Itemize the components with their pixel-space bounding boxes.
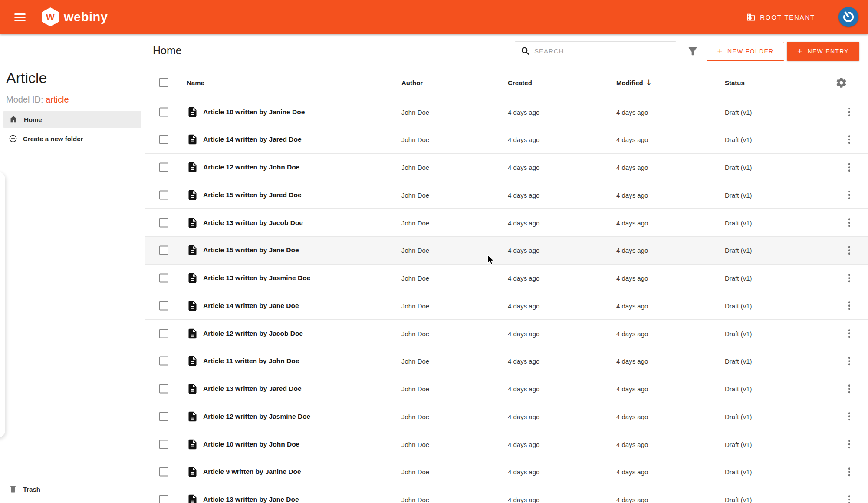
new-folder-button[interactable]: + NEW FOLDER <box>707 42 784 61</box>
row-checkbox[interactable] <box>159 135 168 144</box>
created-cell: 4 days ago <box>508 440 539 448</box>
sidebar-footer: Trash <box>0 475 145 503</box>
status-cell: Draft (v1) <box>725 191 752 199</box>
article-name-link[interactable]: Article 9 written by Janine Doe <box>203 468 301 476</box>
status-cell: Draft (v1) <box>725 219 752 226</box>
table-row[interactable]: Article 14 written by Jared Doe John Doe… <box>145 126 868 154</box>
article-name-link[interactable]: Article 14 written by Jane Doe <box>203 302 299 310</box>
new-entry-button[interactable]: + NEW ENTRY <box>787 42 859 61</box>
row-menu-button[interactable] <box>839 134 859 146</box>
row-checkbox[interactable] <box>159 301 168 310</box>
article-file-icon <box>187 466 198 478</box>
table-row[interactable]: Article 13 written by Jasmine Doe John D… <box>145 265 868 292</box>
author-cell: John Doe <box>401 108 429 116</box>
article-file-icon <box>187 410 198 422</box>
column-header-author[interactable]: Author <box>401 79 423 86</box>
tenant-selector[interactable]: ROOT TENANT <box>746 0 815 34</box>
row-menu-button[interactable] <box>839 355 859 367</box>
content-area: Home + NEW FOLDER + NEW ENTRY Name Autho… <box>145 34 868 503</box>
column-header-status[interactable]: Status <box>725 79 745 86</box>
table-row[interactable]: Article 13 written by Jared Doe John Doe… <box>145 375 868 403</box>
search-input[interactable] <box>534 47 671 55</box>
row-menu-button[interactable] <box>839 217 859 229</box>
row-menu-button[interactable] <box>839 300 859 312</box>
row-menu-button[interactable] <box>839 272 859 284</box>
table-row[interactable]: Article 13 written by Jane Doe John Doe … <box>145 486 868 503</box>
row-checkbox[interactable] <box>159 384 168 394</box>
article-name-link[interactable]: Article 14 written by Jared Doe <box>203 136 302 143</box>
created-cell: 4 days ago <box>508 330 539 337</box>
row-checkbox[interactable] <box>159 495 168 503</box>
table-row[interactable]: Article 9 written by Janine Doe John Doe… <box>145 458 868 486</box>
table-row[interactable]: Article 13 written by Jacob Doe John Doe… <box>145 209 868 237</box>
row-menu-button[interactable] <box>839 438 859 450</box>
row-menu-button[interactable] <box>839 328 859 340</box>
column-header-name[interactable]: Name <box>187 79 204 86</box>
modified-cell: 4 days ago <box>616 330 648 337</box>
author-cell: John Doe <box>401 440 429 448</box>
row-checkbox[interactable] <box>159 412 168 421</box>
column-header-created[interactable]: Created <box>508 79 532 86</box>
row-checkbox[interactable] <box>159 274 168 283</box>
model-title: Article <box>6 69 47 86</box>
drawer-edge <box>0 172 5 438</box>
article-name-link[interactable]: Article 13 written by Jared Doe <box>203 385 302 393</box>
model-id-value[interactable]: article <box>46 95 69 104</box>
table-settings-button[interactable] <box>835 76 848 89</box>
user-avatar[interactable] <box>838 7 858 27</box>
row-checkbox[interactable] <box>159 440 168 449</box>
article-name-link[interactable]: Article 12 written by Jacob Doe <box>203 330 303 338</box>
table-row[interactable]: Article 15 written by Jane Doe John Doe … <box>145 237 868 265</box>
column-header-modified[interactable]: Modified↓ <box>616 78 652 87</box>
article-name-link[interactable]: Article 12 written by Jasmine Doe <box>203 413 310 420</box>
table-row[interactable]: Article 12 written by Jasmine Doe John D… <box>145 403 868 430</box>
article-name-link[interactable]: Article 13 written by Jane Doe <box>203 496 299 503</box>
row-checkbox[interactable] <box>159 329 168 338</box>
new-folder-label: NEW FOLDER <box>727 48 773 55</box>
status-cell: Draft (v1) <box>725 413 752 420</box>
article-name-link[interactable]: Article 11 written by John Doe <box>203 357 299 365</box>
article-name-link[interactable]: Article 10 written by John Doe <box>203 440 299 448</box>
sidebar: Article Model ID: article Home Create a … <box>0 34 145 503</box>
row-checkbox[interactable] <box>159 467 168 477</box>
filter-button[interactable] <box>687 45 700 57</box>
row-checkbox[interactable] <box>159 246 168 255</box>
menu-icon[interactable] <box>14 11 26 23</box>
modified-cell: 4 days ago <box>616 385 648 393</box>
table-row[interactable]: Article 14 written by Jane Doe John Doe … <box>145 292 868 320</box>
row-checkbox[interactable] <box>159 218 168 227</box>
plus-icon: + <box>717 46 723 56</box>
article-name-link[interactable]: Article 15 written by Jared Doe <box>203 191 302 199</box>
article-name-link[interactable]: Article 12 written by John Doe <box>203 163 299 171</box>
row-menu-button[interactable] <box>839 466 859 478</box>
row-menu-button[interactable] <box>839 383 859 395</box>
sidebar-item-home[interactable]: Home <box>3 111 141 128</box>
page-title: Home <box>153 44 182 57</box>
table-row[interactable]: Article 12 written by Jacob Doe John Doe… <box>145 320 868 347</box>
table-row[interactable]: Article 10 written by Janine Doe John Do… <box>145 98 868 126</box>
row-checkbox[interactable] <box>159 190 168 199</box>
table-row[interactable]: Article 12 written by John Doe John Doe … <box>145 154 868 182</box>
row-menu-button[interactable] <box>839 189 859 201</box>
article-name-link[interactable]: Article 13 written by Jacob Doe <box>203 219 303 227</box>
article-name-link[interactable]: Article 10 written by Janine Doe <box>203 108 305 116</box>
building-icon <box>746 13 756 22</box>
select-all-checkbox[interactable] <box>159 78 168 87</box>
row-checkbox[interactable] <box>159 163 168 172</box>
trash-button[interactable]: Trash <box>3 480 141 498</box>
create-folder-button[interactable]: Create a new folder <box>3 130 141 147</box>
modified-cell: 4 days ago <box>616 413 648 420</box>
row-menu-button[interactable] <box>839 106 859 118</box>
table-row[interactable]: Article 10 written by John Doe John Doe … <box>145 430 868 458</box>
table-row[interactable]: Article 11 written by John Doe John Doe … <box>145 347 868 375</box>
table-row[interactable]: Article 15 written by Jared Doe John Doe… <box>145 181 868 209</box>
row-menu-button[interactable] <box>839 493 859 503</box>
author-cell: John Doe <box>401 385 429 393</box>
row-checkbox[interactable] <box>159 107 168 116</box>
row-menu-button[interactable] <box>839 245 859 257</box>
row-menu-button[interactable] <box>839 410 859 423</box>
article-name-link[interactable]: Article 15 written by Jane Doe <box>203 246 299 254</box>
row-checkbox[interactable] <box>159 357 168 366</box>
article-name-link[interactable]: Article 13 written by Jasmine Doe <box>203 274 310 282</box>
row-menu-button[interactable] <box>839 161 859 173</box>
